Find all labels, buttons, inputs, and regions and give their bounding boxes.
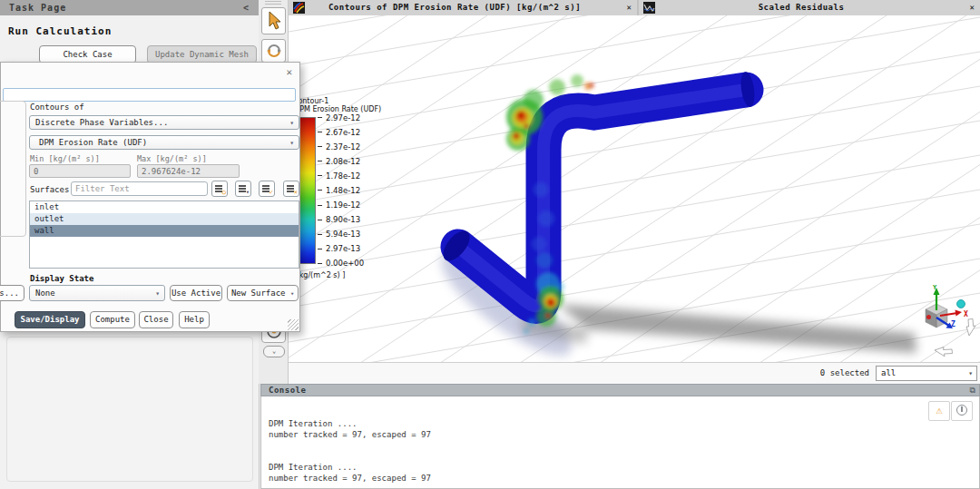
surfaces-label: Surfaces <box>30 185 69 194</box>
field-variable-dropdown[interactable]: DPM Erosion Rate (UDF) ▾ <box>29 135 299 150</box>
surface-list: inlet outlet wall <box>29 200 299 269</box>
rotate-orbit-icon <box>266 43 282 59</box>
legend-tick-label: 0.00e+00 <box>326 259 364 268</box>
legend-tick-label: 2.08e-12 <box>326 157 360 166</box>
surface-list-item-wall[interactable]: wall <box>30 225 299 237</box>
chevron-down-icon: ▾ <box>968 367 973 380</box>
surface-filter-dropdown[interactable]: all ▾ <box>876 366 977 381</box>
compute-button[interactable]: Compute <box>90 311 135 328</box>
run-calculation-title: Run Calculation <box>8 25 112 37</box>
help-button[interactable]: Help <box>179 311 210 328</box>
display-state-value: None <box>35 286 55 301</box>
new-surface-list-button[interactable]: ○ <box>211 181 228 197</box>
colormap-options-button[interactable]: s... <box>0 285 24 301</box>
legend-tick-label: 2.97e-13 <box>326 244 360 253</box>
legend-title: contour-1 <box>294 97 381 105</box>
pointer-tool-button[interactable] <box>261 7 286 34</box>
console-output-text: DPM Iteration .... number tracked = 97, … <box>269 418 431 484</box>
collapse-toolbar-button[interactable]: ⌄ <box>263 346 285 357</box>
cursor-arrow-icon <box>266 11 282 31</box>
graphics-viewport[interactable]: Y X Z contour-1 DPM Erosion Rate (UDF) 2… <box>289 15 980 362</box>
sort-surface-list-button[interactable]: ▾ <box>235 181 251 197</box>
selection-count-label: 0 selected <box>820 363 869 384</box>
display-state-label: Display State <box>30 274 93 283</box>
console-popout-icon[interactable]: ⧉ <box>970 385 975 396</box>
rotate-view-button[interactable] <box>261 39 286 63</box>
tab-residuals-title: Scaled Residuals <box>639 0 964 15</box>
save-display-button[interactable]: Save/Display <box>15 311 85 328</box>
max-label: Max [kg/(m² s)] <box>137 154 207 163</box>
tab-residuals[interactable]: Scaled Residuals ✕ <box>639 0 980 15</box>
info-icon <box>956 405 967 416</box>
graphics-canvas[interactable]: Y X Z <box>289 15 980 362</box>
dialog-close-icon[interactable]: ✕ <box>286 66 292 78</box>
console-body[interactable]: ⚠ DPM Iteration .... number tracked = 97… <box>260 396 980 489</box>
new-surface-button[interactable]: New Surface ▾ <box>227 285 299 301</box>
display-state-dropdown[interactable]: None ▾ <box>29 285 165 301</box>
console-warnings-button[interactable]: ⚠ <box>928 401 950 421</box>
options-groupbox-edge <box>0 101 26 237</box>
circle-icon: ○ <box>222 189 226 196</box>
rotate-left-arrow-icon <box>935 347 953 357</box>
surface-filter-dropdown-value: all <box>881 368 896 377</box>
dialog-resize-grip[interactable] <box>288 319 299 330</box>
close-button[interactable]: Close <box>139 311 173 328</box>
tab-contours-title: Contours of DPM Erosion Rate (UDF) [kg/(… <box>289 0 621 15</box>
surface-filter-input[interactable] <box>71 181 208 196</box>
legend-tick-label: 8.90e-13 <box>326 215 360 224</box>
tab-residuals-close-icon[interactable]: ✕ <box>970 0 975 15</box>
new-surface-button-label: New Surface <box>231 289 286 298</box>
task-page-title: Task Page <box>9 3 66 13</box>
surface-list-item-inlet[interactable]: inlet <box>30 201 299 213</box>
deselect-all-surfaces-button[interactable]: ✕ <box>283 181 299 197</box>
min-value-field[interactable] <box>29 164 131 178</box>
triad-x-label: X <box>964 310 968 318</box>
task-page-groupbox <box>6 337 253 482</box>
graphics-tab-bar: Contours of DPM Erosion Rate (UDF) [kg/(… <box>289 0 980 15</box>
floor-grid <box>289 15 980 362</box>
tab-contours[interactable]: Contours of DPM Erosion Rate (UDF) [kg/(… <box>289 0 639 15</box>
legend-tick-label: 5.94e-13 <box>326 230 360 239</box>
field-variable-value: DPM Erosion Rate (UDF) <box>39 136 147 150</box>
legend-tick-label: 1.19e-12 <box>326 200 360 210</box>
select-all-surfaces-button[interactable]: ✓ <box>259 181 275 197</box>
contours-dialog: ✕ Contours of Discrete Phase Variables..… <box>0 62 300 332</box>
chevron-down-icon: ▾ <box>290 290 294 298</box>
use-active-button[interactable]: Use Active <box>170 285 222 301</box>
legend-tick-label: 2.67e-12 <box>326 128 360 137</box>
field-category-dropdown[interactable]: Discrete Phase Variables... ▾ <box>29 115 299 130</box>
tab-contours-close-icon[interactable]: ✕ <box>627 0 632 15</box>
console-info-button[interactable] <box>951 401 973 421</box>
surface-selection-bar: 0 selected all ▾ <box>289 362 980 384</box>
triad-z-label: Z <box>951 320 956 328</box>
min-label: Min [kg/(m² s)] <box>30 154 100 163</box>
fluent-application-window: Task Page < Run Calculation Check Case U… <box>0 0 980 489</box>
field-category-value: Discrete Phase Variables... <box>35 116 168 130</box>
legend-unit-label: [ kg/(m^2 s) ] <box>294 271 381 279</box>
chevron-down-icon: ▾ <box>289 136 294 150</box>
legend-tick-labels: 2.97e-12 2.67e-12 2.37e-12 2.08e-12 1.78… <box>318 113 364 268</box>
check-icon: ✓ <box>270 189 273 196</box>
surface-list-item-outlet[interactable]: outlet <box>30 213 299 225</box>
toolbar-grip-handle[interactable] <box>265 1 281 6</box>
legend-tick-label: 1.78e-12 <box>326 171 360 181</box>
chevron-down-icon: ▾ <box>155 286 160 301</box>
contour-name-input[interactable] <box>3 88 296 102</box>
console-panel: Console ⧉ ⚠ DPM Iteration .... number tr… <box>260 384 980 489</box>
task-page-header: Task Page < <box>0 0 259 15</box>
console-title: Console <box>261 385 979 396</box>
chevron-down-icon: ▾ <box>289 116 294 130</box>
contours-of-label: Contours of <box>30 103 84 112</box>
legend-tick-label: 2.97e-12 <box>326 113 360 122</box>
update-dynamic-mesh-button[interactable]: Update Dynamic Mesh <box>147 45 257 64</box>
warning-icon: ⚠ <box>936 404 942 416</box>
collapse-panel-icon[interactable]: < <box>243 0 250 15</box>
legend-tick-label: 1.48e-12 <box>326 186 360 195</box>
chevron-down-icon: ▾ <box>246 189 250 196</box>
check-case-button[interactable]: Check Case <box>39 45 136 64</box>
legend-tick-label: 2.37e-12 <box>326 142 360 152</box>
x-icon: ✕ <box>294 189 298 196</box>
max-value-field[interactable] <box>137 164 240 178</box>
contour-legend: contour-1 DPM Erosion Rate (UDF) 2.97e-1… <box>294 97 381 279</box>
console-header: Console ⧉ <box>260 384 980 396</box>
